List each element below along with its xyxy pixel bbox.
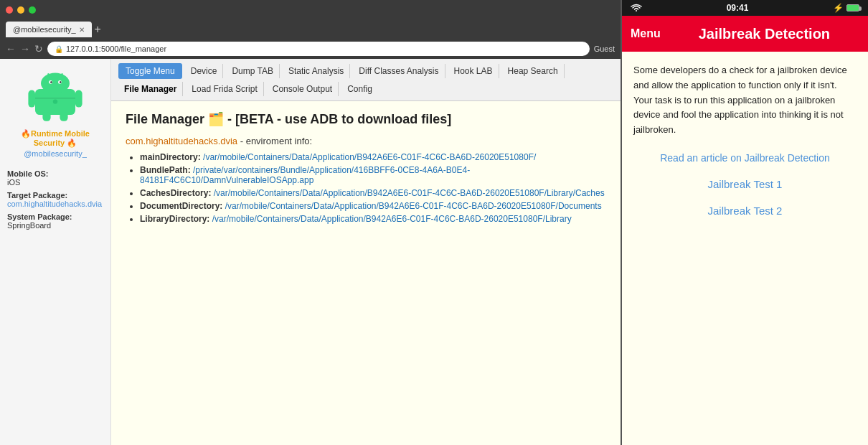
mobile-os-value: iOS [7, 178, 20, 187]
list-item: CachesDirectory: /var/mobile/Containers/… [140, 188, 606, 198]
svg-rect-11 [60, 112, 67, 121]
env-heading: com.highaltitudehacks.dvia - enviroment … [126, 136, 606, 146]
svg-rect-10 [42, 112, 50, 121]
env-val-0[interactable]: /var/mobile/Containers/Data/Application/… [203, 152, 536, 162]
system-package-label: System Package: [7, 212, 103, 221]
close-window-btn[interactable] [6, 6, 13, 14]
jailbreak-description: Some developers do a check for a jailbro… [633, 63, 857, 138]
jailbreak-test-2-button[interactable]: Jailbreak Test 2 [633, 205, 857, 217]
battery-icon: ⚡ [833, 3, 844, 13]
toggle-menu-button[interactable]: Toggle Menu [118, 63, 182, 79]
browser-chrome [0, 0, 621, 20]
sidebar: 🔥Runtime Mobile Security 🔥 @mobilesecuri… [0, 59, 111, 445]
status-time: 09:41 [727, 3, 749, 13]
env-label: - enviroment info: [240, 136, 312, 146]
tab-file-manager[interactable]: File Manager [118, 82, 183, 96]
env-key-0: mainDirectory: [140, 152, 201, 162]
mobile-app-title: Jailbreak Detection [669, 26, 859, 42]
svg-point-1 [41, 73, 70, 94]
tab-bar: @mobilesecurity_ ✕ + [0, 20, 621, 39]
mobile-device-panel: 09:41 ⚡ Menu Jailbreak Detection Some de… [621, 0, 868, 445]
browser-tab[interactable]: @mobilesecurity_ ✕ [6, 22, 92, 37]
env-package-link[interactable]: com.highaltitudehacks.dvia [126, 136, 237, 146]
status-right: ⚡ [833, 3, 859, 13]
article-link[interactable]: Read an article on Jailbreak Detection [633, 152, 857, 164]
svg-point-5 [60, 81, 61, 83]
maximize-window-btn[interactable] [29, 6, 36, 14]
lock-icon: 🔒 [55, 45, 63, 53]
svg-rect-9 [75, 90, 82, 108]
mobile-status-bar: 09:41 ⚡ [622, 0, 868, 16]
runtime-label: 🔥Runtime Mobile Security 🔥 [7, 129, 103, 148]
env-key-2: CachesDirectory: [140, 188, 211, 198]
tab-device[interactable]: Device [185, 64, 224, 78]
reload-button[interactable]: ↻ [34, 43, 43, 55]
svg-rect-8 [28, 90, 35, 108]
list-item: BundlePath: /private/var/containers/Bund… [140, 165, 606, 185]
svg-rect-12 [35, 98, 75, 99]
tab-static-analysis[interactable]: Static Analysis [283, 64, 350, 78]
new-tab-icon[interactable]: + [95, 23, 101, 36]
status-left [631, 4, 642, 12]
minimize-window-btn[interactable] [17, 6, 24, 14]
tab-console-output[interactable]: Console Output [267, 82, 339, 96]
mobile-os-label: Mobile OS: [7, 169, 103, 178]
wifi-icon [631, 4, 642, 12]
tab-dump[interactable]: Dump TAB [226, 64, 280, 78]
env-key-4: LibraryDirectory: [140, 214, 209, 224]
env-val-3[interactable]: /var/mobile/Containers/Data/Application/… [225, 201, 602, 211]
env-key-1: BundlePath: [140, 165, 191, 175]
svg-point-13 [53, 99, 57, 103]
env-val-2[interactable]: /var/mobile/Containers/Data/Application/… [214, 188, 605, 198]
android-logo [27, 66, 84, 123]
target-package-value: com.highaltitudehacks.dvia [7, 200, 102, 208]
content-area: File Manager 🗂️ - [BETA - use ADB to dow… [111, 101, 621, 241]
tab-load-frida[interactable]: Load Frida Script [186, 82, 263, 96]
list-item: DocumentDirectory: /var/mobile/Container… [140, 201, 606, 211]
toolbar: Toggle Menu Device Dump TAB Static Analy… [111, 59, 621, 101]
browser-panel: @mobilesecurity_ ✕ + ← → ↻ 🔒 127.0.0.1:5… [0, 0, 621, 445]
page-title: File Manager 🗂️ - [BETA - use ADB to dow… [126, 111, 606, 127]
tab-diff-classes[interactable]: Diff Classes Analysis [353, 64, 445, 78]
list-item: LibraryDirectory: /var/mobile/Containers… [140, 214, 606, 224]
mobile-menu-button[interactable]: Menu [631, 27, 661, 40]
tab-heap-search[interactable]: Heap Search [502, 64, 565, 78]
main-panel: Toggle Menu Device Dump TAB Static Analy… [111, 59, 621, 445]
forward-button[interactable]: → [20, 43, 30, 55]
system-package-value: SpringBoard [7, 221, 51, 230]
address-bar-row: ← → ↻ 🔒 127.0.0.1:5000/file_manager Gues… [0, 39, 621, 59]
tab-close-icon[interactable]: ✕ [79, 26, 85, 34]
env-key-3: DocumentDirectory: [140, 201, 222, 211]
env-list: mainDirectory: /var/mobile/Containers/Da… [126, 152, 606, 224]
tab-label: @mobilesecurity_ [13, 25, 76, 34]
svg-point-4 [50, 81, 52, 83]
browser-content: 🔥Runtime Mobile Security 🔥 @mobilesecuri… [0, 59, 621, 445]
back-button[interactable]: ← [6, 43, 16, 55]
mobile-content: Some developers do a check for a jailbro… [622, 52, 868, 445]
guest-button[interactable]: Guest [594, 44, 615, 53]
target-package-label: Target Package: [7, 191, 103, 200]
address-text: 127.0.0.1:5000/file_manager [66, 44, 166, 53]
battery-indicator [846, 4, 859, 11]
address-bar[interactable]: 🔒 127.0.0.1:5000/file_manager [47, 42, 590, 56]
mobile-app-header: Menu Jailbreak Detection [622, 16, 868, 52]
mobilesecurity-handle[interactable]: @mobilesecurity_ [24, 149, 87, 158]
sidebar-info: Mobile OS: iOS Target Package: com.higha… [7, 165, 103, 230]
env-val-4[interactable]: /var/mobile/Containers/Data/Application/… [212, 214, 572, 224]
tab-hook-lab[interactable]: Hook LAB [448, 64, 499, 78]
tab-config[interactable]: Config [341, 82, 378, 96]
jailbreak-test-1-button[interactable]: Jailbreak Test 1 [633, 178, 857, 190]
list-item: mainDirectory: /var/mobile/Containers/Da… [140, 152, 606, 162]
